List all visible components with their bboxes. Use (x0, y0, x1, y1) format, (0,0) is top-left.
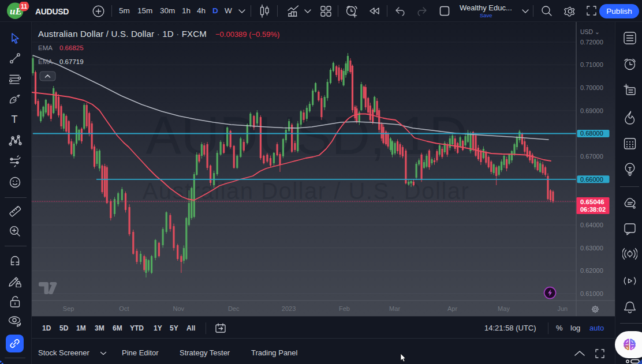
svg-text:Nov: Nov (173, 305, 185, 312)
svg-text:06:38:02: 06:38:02 (580, 206, 606, 213)
svg-text:0.66825: 0.66825 (59, 44, 84, 51)
svg-text:EMA: EMA (38, 44, 53, 51)
svg-text:2023: 2023 (282, 305, 296, 312)
svg-text:0.68000: 0.68000 (580, 130, 603, 137)
svg-text:0.61000: 0.61000 (580, 290, 603, 297)
svg-text:Apr: Apr (447, 305, 457, 312)
svg-text:Australian Dollar / U.S. Dolla: Australian Dollar / U.S. Dollar · 1D · F… (38, 29, 207, 39)
svg-text:0.70000: 0.70000 (580, 84, 603, 91)
svg-text:Mar: Mar (389, 305, 400, 312)
svg-text:Dec: Dec (228, 305, 240, 312)
svg-text:0.64000: 0.64000 (580, 222, 603, 228)
svg-text:May: May (498, 305, 510, 312)
svg-text:Sep: Sep (63, 305, 74, 312)
svg-text:0.72000: 0.72000 (580, 39, 603, 46)
svg-text:0.69000: 0.69000 (580, 107, 603, 114)
svg-text:Jun: Jun (557, 305, 568, 312)
svg-text:11: 11 (21, 3, 27, 10)
svg-text:USD ⌄: USD ⌄ (580, 28, 600, 35)
svg-text:0.65046: 0.65046 (580, 198, 604, 205)
svg-text:0.66000: 0.66000 (580, 176, 603, 183)
svg-text:0.63000: 0.63000 (580, 245, 603, 252)
svg-text:Oct: Oct (119, 305, 129, 312)
svg-text:−0.00389 (−0.59%): −0.00389 (−0.59%) (215, 30, 279, 39)
svg-text:EMA: EMA (38, 58, 53, 65)
svg-text:Feb: Feb (339, 305, 350, 312)
svg-text:0.62000: 0.62000 (580, 267, 603, 274)
svg-text:0.67000: 0.67000 (580, 153, 603, 160)
svg-text:0.67719: 0.67719 (59, 58, 84, 65)
svg-text:0.71000: 0.71000 (580, 61, 603, 68)
